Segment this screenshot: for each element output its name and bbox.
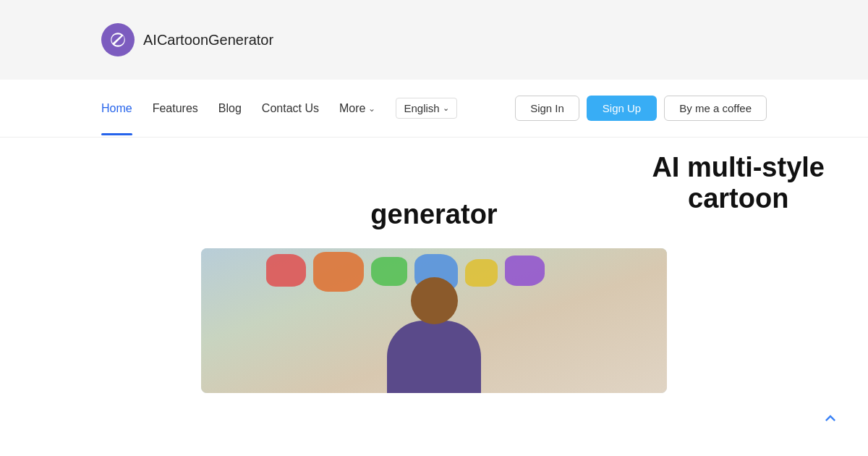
scroll-top-button[interactable] [814,402,846,434]
continent-shape [313,252,364,292]
logo-text: AICartoonGenerator [143,32,273,48]
nav-buttons: Sign In Sign Up By me a coffee [515,96,767,121]
hero-title-right: AI multi-style cartoon [652,152,825,214]
chevron-down-icon: ⌄ [443,104,449,113]
nav-area: Home Features Blog Contact Us More ⌄ Eng… [0,80,868,138]
hero-title-line2: cartoon [652,183,825,214]
hero-image [201,248,667,393]
main-content: AI multi-style cartoon generator [0,138,868,456]
signup-button[interactable]: Sign Up [587,96,657,121]
continent-shape [266,254,306,287]
nav-item-more[interactable]: More ⌄ [339,102,375,115]
nav-item-features[interactable]: Features [153,102,198,115]
nav-item-contact[interactable]: Contact Us [262,102,319,115]
chevron-down-icon: ⌄ [368,104,375,114]
coffee-button[interactable]: By me a coffee [664,96,767,121]
header-bar: AICartoonGenerator [0,0,868,80]
hero-title-line1: AI multi-style [652,152,825,183]
nav-item-blog[interactable]: Blog [218,102,242,115]
nav-item-home[interactable]: Home [101,102,132,115]
logo-container[interactable]: AICartoonGenerator [101,23,273,56]
language-selector[interactable]: English ⌄ [396,98,456,119]
nav-links: Home Features Blog Contact Us More ⌄ Eng… [101,98,492,119]
signin-button[interactable]: Sign In [515,96,579,121]
logo-icon [101,23,135,56]
continent-shape [505,256,545,286]
